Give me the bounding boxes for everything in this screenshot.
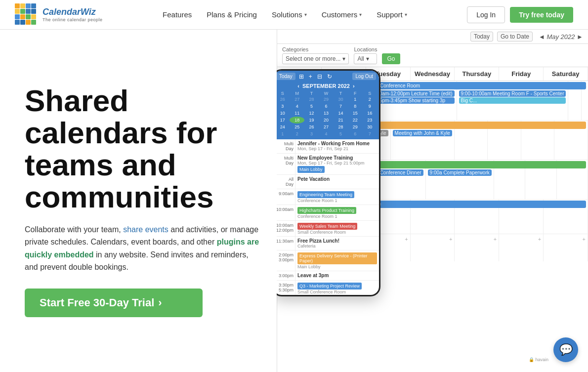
nav-features[interactable]: Features xyxy=(163,10,192,19)
cal-event[interactable]: 9:00am-12:00pm Lecture Time (edit) xyxy=(371,90,455,97)
phone-event-item: MultiDay Jennifer - Working From Home Mo… xyxy=(277,139,379,154)
phone-add-icon[interactable]: + xyxy=(307,73,314,80)
header: CalendarWiz The online calendar people F… xyxy=(0,0,588,30)
logo-area: CalendarWiz The online calendar people xyxy=(15,3,103,26)
categories-arrow: ▾ xyxy=(342,55,345,62)
phone-event-item: 11:30am Free Pizza Lunch! Cafeteria xyxy=(277,237,379,250)
cal-event[interactable]: 9:00a Complete Paperwork xyxy=(428,169,492,176)
go-to-date-button[interactable]: Go to Date xyxy=(497,32,533,41)
phone-event-item: 10:00am12:00pm Weekly Sales Team Meeting… xyxy=(277,221,379,237)
customers-arrow: ▾ xyxy=(359,12,362,17)
chat-bubble[interactable]: 💬 xyxy=(553,337,578,362)
phone-mockup: Today ⊞ + ⊟ ↻ Log Out ‹ SEPTEMBER 2022 ›… xyxy=(277,69,380,296)
phone-refresh-icon[interactable]: ↻ xyxy=(326,73,334,80)
cal-event[interactable]: 2:45pm-3:45pm Show starting 3p xyxy=(371,97,455,104)
phone-next-arrow[interactable]: › xyxy=(353,83,355,89)
day-header-wed: Wednesday xyxy=(411,67,455,81)
meeting-john-kyle-event[interactable]: Meeting with John & Kyle xyxy=(393,130,452,136)
header-buttons: Log In Try free today xyxy=(467,6,573,23)
main-content: Shared calendars for teams and communiti… xyxy=(0,30,588,372)
login-button[interactable]: Log In xyxy=(467,6,505,23)
phone-event-item: AllDay Pete Vacation xyxy=(277,175,379,189)
locations-arrow: ▾ xyxy=(366,55,369,62)
logo-text: CalendarWiz The online calendar people xyxy=(42,7,103,22)
chat-icon: 💬 xyxy=(559,343,573,356)
nav-plans[interactable]: Plans & Pricing xyxy=(207,10,257,19)
logo-subtitle: The online calendar people xyxy=(42,17,103,22)
phone-mini-cal: SMTWTFS 262728293012 3456789 10111213141… xyxy=(277,90,379,139)
phone-today-btn[interactable]: Today xyxy=(277,73,295,80)
cal-cell: + xyxy=(544,234,588,261)
go-button[interactable]: Go xyxy=(382,53,400,64)
phone-event-chip: Engineering Team Meeting xyxy=(297,191,354,198)
hero-description: Collaborate with your team, share events… xyxy=(25,223,262,274)
categories-filter: Categories Select one or more... ▾ xyxy=(282,46,349,64)
nav-support[interactable]: Support ▾ xyxy=(377,10,407,19)
cal-nav: Today Go to Date ◄ May 2022 ► xyxy=(277,30,588,44)
phone-event-item: MultiDay New Employee Training Mon, Sep … xyxy=(277,154,379,175)
mini-cal-days: 262728293012 3456789 10111213141516 1718… xyxy=(277,96,377,137)
trial-button[interactable]: Try free today xyxy=(510,7,573,23)
share-events-link[interactable]: share events xyxy=(123,225,168,234)
solutions-arrow: ▾ xyxy=(304,12,307,17)
day-header-thu: Thursday xyxy=(455,67,499,81)
hero-title: Shared calendars for teams and communiti… xyxy=(25,84,262,213)
logo-grid xyxy=(15,3,38,26)
today-button[interactable]: Today xyxy=(470,32,493,41)
phone-event-chip: Highcharts Product Training xyxy=(297,207,356,214)
phone-event-item: 2:00pm3:00pm Express Delivery Service - … xyxy=(277,250,379,271)
cal-event[interactable]: Big C... xyxy=(459,97,566,104)
cal-event[interactable]: 9:00-10:00am Meeting Room F - Sports Cen… xyxy=(459,90,566,97)
locations-filter: Locations All ▾ xyxy=(354,46,377,64)
phone-event-chip: Weekly Sales Team Meeting xyxy=(297,223,357,230)
locations-select[interactable]: All ▾ xyxy=(354,53,377,64)
logo-title: CalendarWiz xyxy=(42,7,103,17)
cal-filters: Categories Select one or more... ▾ Locat… xyxy=(277,44,588,67)
phone-month-header: ‹ SEPTEMBER 2022 › xyxy=(277,82,379,90)
hero-right: Today Go to Date ◄ May 2022 ► Categories… xyxy=(277,30,588,372)
phone-event-chip: Main Lobby xyxy=(297,166,325,173)
cta-button[interactable]: Start Free 30-Day Trial › xyxy=(25,289,203,317)
phone-events-list: MultiDay Jennifer - Working From Home Mo… xyxy=(277,139,379,294)
day-header-sat: Saturday xyxy=(544,67,588,81)
day-header-fri: Friday xyxy=(499,67,544,81)
mini-cal-header: SMTWTFS xyxy=(277,91,377,96)
cal-cell: + xyxy=(455,234,499,261)
havain-badge: 🔒 havain xyxy=(529,357,548,362)
phone-prev-arrow[interactable]: ‹ xyxy=(297,83,299,89)
phone-toolbar: Today ⊞ + ⊟ ↻ Log Out xyxy=(277,71,379,82)
phone-grid-icon[interactable]: ⊞ xyxy=(297,73,305,80)
phone-event-item: 9:00am Engineering Team Meeting Conferen… xyxy=(277,189,379,205)
phone-logout-btn[interactable]: Log Out xyxy=(352,73,376,80)
phone-event-item: 3:30pm5:30pm Q3 - Marketing Project Revi… xyxy=(277,281,379,294)
cal-cell: + xyxy=(411,234,455,261)
phone-event-item: 10:00am Highcharts Product Training Conf… xyxy=(277,205,379,221)
phone-event-chip: Express Delivery Service - (Printer Pape… xyxy=(297,252,377,264)
nav-customers[interactable]: Customers ▾ xyxy=(322,10,362,19)
hero-left: Shared calendars for teams and communiti… xyxy=(0,30,277,372)
phone-event-item: 3:00pm Leave at 3pm xyxy=(277,271,379,281)
phone-event-chip: Q3 - Marketing Project Review xyxy=(297,283,362,289)
support-arrow: ▾ xyxy=(405,12,407,17)
cal-cell: + xyxy=(499,234,544,261)
categories-select[interactable]: Select one or more... ▾ xyxy=(282,53,349,64)
cal-month-display: ◄ May 2022 ► xyxy=(539,33,583,41)
nav-solutions[interactable]: Solutions ▾ xyxy=(272,10,307,19)
phone-month-title: SEPTEMBER 2022 xyxy=(302,83,350,89)
phone-filter-icon[interactable]: ⊟ xyxy=(316,73,324,80)
main-nav: Features Plans & Pricing Solutions ▾ Cus… xyxy=(163,10,407,19)
